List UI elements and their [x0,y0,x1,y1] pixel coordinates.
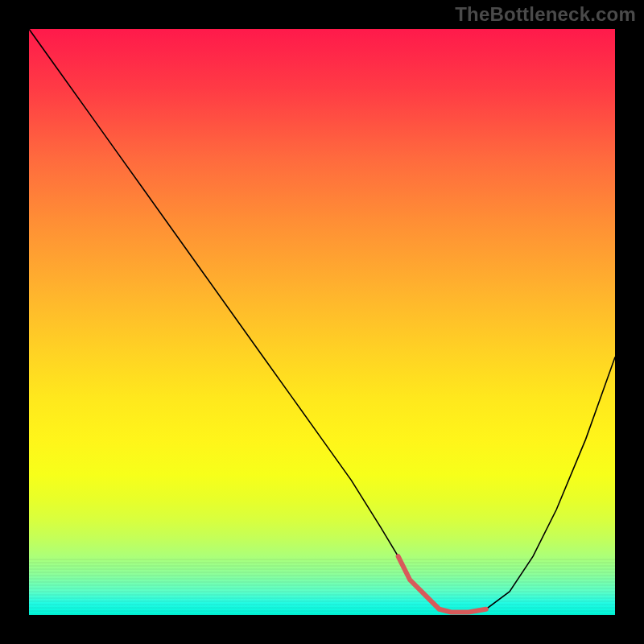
bottleneck-curve [29,29,615,612]
chart-frame: TheBottleneck.com [0,0,644,644]
watermark-text: TheBottleneck.com [455,3,636,26]
bottleneck-curve-highlight [398,556,486,612]
plot-area [29,29,615,615]
curve-svg [29,29,615,615]
